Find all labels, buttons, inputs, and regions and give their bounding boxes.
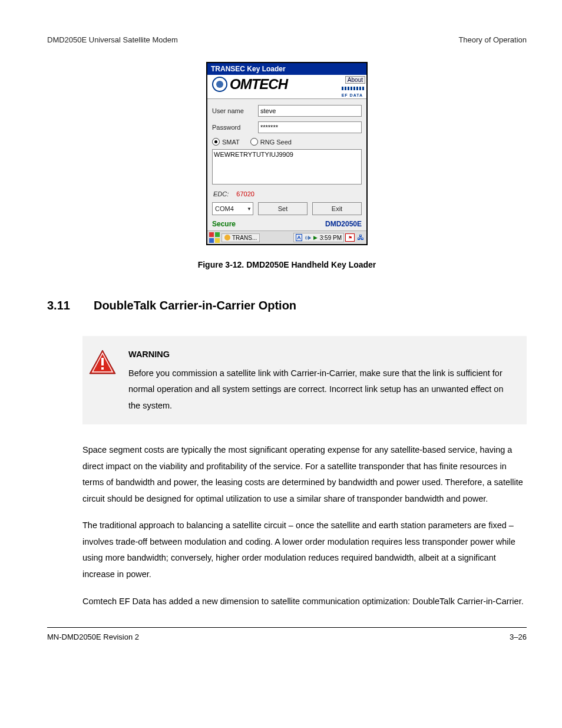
chevron-down-icon: ▼ [247, 206, 252, 212]
figure-caption: Figure 3-12. DMD2050E Handheld Key Loade… [47, 260, 527, 269]
brand-bars-icon [342, 87, 365, 90]
status-device: DMD2050E [325, 220, 362, 228]
header-left: DMD2050E Universal Satellite Modem [47, 35, 178, 44]
warning-title: WARNING [128, 347, 515, 363]
section-number: 3.11 [47, 299, 70, 312]
task-label: TRANS... [232, 235, 257, 241]
tray-letter-icon: A [296, 234, 302, 241]
key-textarea[interactable]: WEWRETRYTUTYIUJ9909 [212, 149, 362, 185]
paragraph-3: Comtech EF Data has added a new dimensio… [82, 594, 527, 610]
globe-icon [212, 77, 227, 92]
task-icon [224, 235, 230, 241]
brand-subtext: EF DATA [342, 93, 363, 97]
play-icon: ▶ [313, 235, 318, 241]
set-button[interactable]: Set [258, 202, 308, 215]
start-icon[interactable] [209, 232, 220, 243]
username-label: User name [212, 107, 253, 114]
brand-logo: OMTECH [230, 76, 287, 93]
exit-button[interactable]: Exit [312, 202, 362, 215]
radio-smat-label: SMAT [222, 139, 240, 146]
svg-rect-2 [101, 358, 104, 365]
edc-label: EDC: [213, 190, 229, 197]
system-tray[interactable]: A 🕪 ▶ 3:59 PM [293, 233, 344, 242]
footer-right: 3–26 [510, 633, 527, 641]
com-port-value: COM4 [215, 205, 234, 212]
taskbar-item[interactable]: TRANS... [222, 233, 260, 242]
paragraph-1: Space segment costs are typically the mo… [82, 442, 527, 507]
password-input[interactable] [258, 121, 362, 133]
warning-block: WARNING Before you commission a satellit… [82, 336, 527, 424]
section-title: DoubleTalk Carrier-in-Carrier Option [94, 299, 296, 312]
username-input[interactable] [258, 105, 362, 117]
radio-rng-label: RNG Seed [260, 139, 292, 146]
flag-icon[interactable]: ⚑ [345, 233, 355, 242]
footer-left: MN-DMD2050E Revision 2 [47, 633, 139, 641]
taskbar: TRANS... A 🕪 ▶ 3:59 PM ⚑ 🖧 [207, 230, 366, 244]
radio-smat[interactable]: SMAT [212, 138, 240, 146]
warning-body: Before you commission a satellite link w… [128, 368, 503, 410]
window-title: TRANSEC Key Loader [207, 63, 366, 75]
tray-time: 3:59 PM [320, 235, 342, 241]
radio-rng-seed[interactable]: RNG Seed [250, 138, 292, 146]
about-button[interactable]: About [345, 76, 365, 84]
com-port-select[interactable]: COM4 ▼ [212, 202, 253, 215]
svg-rect-3 [101, 367, 104, 370]
volume-icon: 🕪 [305, 234, 311, 241]
warning-icon [88, 349, 117, 375]
app-window: TRANSEC Key Loader About OMTECH EF DATA … [206, 62, 368, 245]
status-secure: Secure [212, 220, 236, 228]
footer-rule [47, 627, 527, 628]
password-label: Password [212, 124, 253, 131]
logo-area: About OMTECH EF DATA [207, 75, 366, 99]
header-right: Theory of Operation [458, 35, 527, 44]
edc-value: 67020 [236, 190, 254, 197]
paragraph-2: The traditional approach to balancing a … [82, 518, 527, 582]
network-icon[interactable]: 🖧 [357, 233, 365, 242]
